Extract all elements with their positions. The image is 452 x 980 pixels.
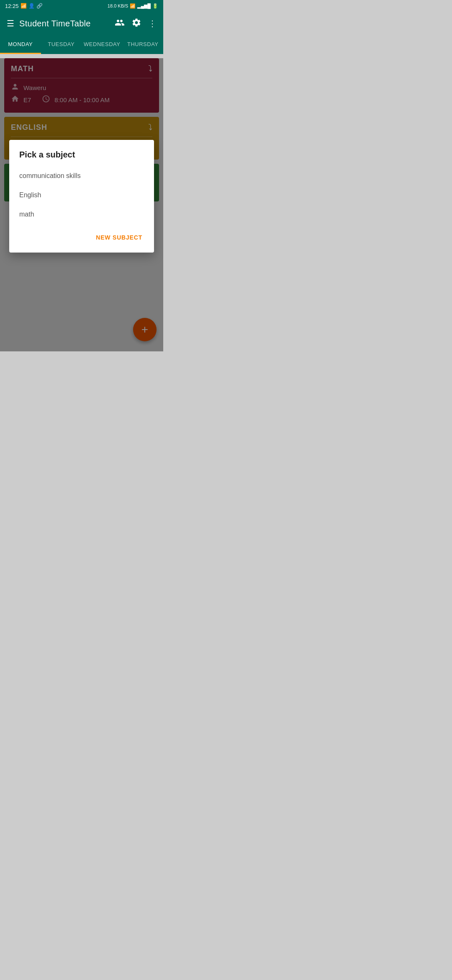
app-title: Student TimeTable bbox=[19, 19, 110, 28]
group-icon[interactable] bbox=[115, 18, 125, 30]
main-content: MATH ⤵ Waweru E7 8:00 AM - bbox=[0, 58, 163, 351]
person-add-icon: 👤 bbox=[28, 3, 35, 9]
tab-tuesday[interactable]: TUESDAY bbox=[41, 35, 82, 53]
status-right: 18.0 KB/S 📶 ▂▄▆█ 🔋 bbox=[108, 3, 158, 9]
tab-wednesday[interactable]: WEDNESDAY bbox=[82, 35, 123, 53]
wifi-icon: 📶 bbox=[130, 3, 136, 9]
app-toolbar: ☰ Student TimeTable ⋮ bbox=[0, 12, 163, 35]
toolbar-actions: ⋮ bbox=[115, 18, 157, 30]
settings-icon[interactable] bbox=[131, 18, 141, 30]
link-icon: 🔗 bbox=[36, 3, 43, 9]
network-speed: 18.0 KB/S bbox=[108, 3, 128, 8]
battery-icon: 🔋 bbox=[152, 3, 158, 9]
subject-item-english[interactable]: English bbox=[9, 186, 154, 205]
tab-monday[interactable]: MONDAY bbox=[0, 35, 41, 53]
new-subject-button[interactable]: NEW SUBJECT bbox=[91, 231, 147, 244]
tab-thursday[interactable]: THURSDAY bbox=[123, 35, 164, 53]
subject-item-communication[interactable]: communication skills bbox=[9, 166, 154, 186]
dialog-title: Pick a subject bbox=[9, 150, 154, 166]
menu-icon[interactable]: ☰ bbox=[7, 18, 14, 28]
day-tabs: MONDAY TUESDAY WEDNESDAY THURSDAY bbox=[0, 35, 163, 54]
time-display: 12:25 bbox=[5, 3, 19, 9]
status-bar: 12:25 📶 👤 🔗 18.0 KB/S 📶 ▂▄▆█ 🔋 bbox=[0, 0, 163, 12]
signal-icon: ▂▄▆█ bbox=[137, 3, 151, 9]
dialog-actions: NEW SUBJECT bbox=[9, 227, 154, 249]
bluetooth-icon: 📶 bbox=[21, 3, 27, 9]
pick-subject-dialog: Pick a subject communication skills Engl… bbox=[9, 140, 154, 253]
subject-item-math[interactable]: math bbox=[9, 205, 154, 224]
more-icon[interactable]: ⋮ bbox=[148, 18, 157, 28]
status-left: 12:25 📶 👤 🔗 bbox=[5, 3, 43, 9]
